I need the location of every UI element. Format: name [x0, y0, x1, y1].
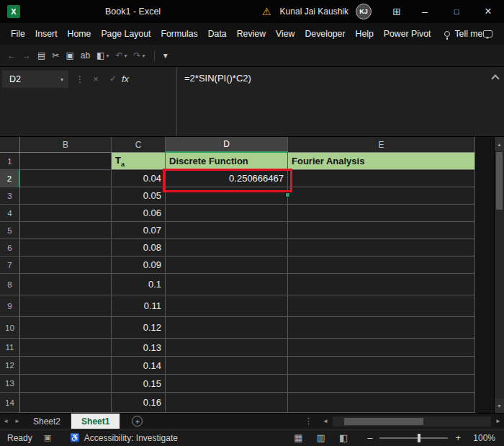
cell[interactable]: [166, 295, 288, 317]
page-break-view-icon[interactable]: ◧: [339, 432, 348, 443]
row-header-2[interactable]: 2: [0, 170, 20, 187]
enter-icon[interactable]: ✓: [104, 73, 122, 84]
tab-help[interactable]: Help: [351, 29, 379, 39]
cell-C14[interactable]: 0.16: [112, 393, 166, 413]
row-header-3[interactable]: 3: [0, 187, 20, 205]
minimize-button[interactable]: –: [409, 0, 441, 23]
tab-file[interactable]: File: [6, 29, 30, 39]
row-header-14[interactable]: 14: [0, 393, 20, 413]
cell[interactable]: [288, 295, 475, 317]
close-button[interactable]: ×: [472, 0, 504, 23]
cell[interactable]: [166, 317, 288, 339]
cell-C5[interactable]: 0.07: [112, 222, 166, 239]
redo-icon[interactable]: ↷ ▾: [134, 50, 145, 61]
cell[interactable]: [166, 357, 288, 375]
page-layout-view-icon[interactable]: ▥: [317, 432, 325, 443]
vertical-scrollbar-track[interactable]: [495, 210, 504, 398]
paste-icon[interactable]: ▤: [37, 50, 45, 61]
row-header-9[interactable]: 9: [0, 295, 20, 317]
cell-C10[interactable]: 0.12: [112, 317, 166, 339]
row-header-4[interactable]: 4: [0, 205, 20, 222]
cell[interactable]: [20, 317, 112, 339]
cell[interactable]: [20, 205, 112, 222]
cell[interactable]: [20, 239, 112, 257]
cell-E2[interactable]: [288, 170, 475, 187]
cell-E1[interactable]: Fourier Analysis: [288, 153, 475, 170]
tab-data[interactable]: Data: [203, 29, 232, 39]
add-sheet-icon[interactable]: +: [132, 416, 143, 427]
column-header-D[interactable]: D: [166, 137, 288, 153]
maximize-button[interactable]: □: [441, 0, 472, 23]
chevron-down-icon[interactable]: ▾: [106, 53, 109, 59]
horizontal-scrollbar-thumb[interactable]: [344, 418, 423, 425]
sheet-tab-sheet1[interactable]: Sheet1: [71, 414, 120, 429]
zoom-slider[interactable]: [379, 434, 448, 442]
cell[interactable]: [166, 393, 288, 413]
tab-home[interactable]: Home: [63, 29, 96, 39]
cell[interactable]: [166, 187, 288, 205]
cell-C6[interactable]: 0.08: [112, 239, 166, 257]
column-header-B[interactable]: B: [20, 137, 112, 153]
cell-C12[interactable]: 0.14: [112, 357, 166, 375]
cell-B1[interactable]: [20, 153, 112, 170]
cell[interactable]: [166, 375, 288, 393]
drag-handle-icon[interactable]: ⋮: [76, 74, 84, 84]
cell[interactable]: [288, 205, 475, 222]
row-header-6[interactable]: 6: [0, 239, 20, 257]
accessibility-status[interactable]: ♿ Accessibility: Investigate: [70, 433, 178, 443]
column-header-C[interactable]: C: [112, 137, 166, 153]
comments-icon[interactable]: [483, 30, 492, 37]
normal-view-icon[interactable]: ▦: [294, 432, 302, 443]
chevron-down-icon[interactable]: ▾: [125, 53, 127, 59]
scroll-down-icon[interactable]: ▼: [495, 398, 504, 413]
row-header-1[interactable]: 1: [0, 153, 20, 170]
cell-C2[interactable]: 0.04: [112, 170, 166, 187]
cell[interactable]: [20, 357, 112, 375]
cancel-icon[interactable]: ×: [87, 73, 104, 84]
avatar[interactable]: KJ: [356, 4, 372, 19]
cell[interactable]: [20, 274, 112, 295]
cell-C13[interactable]: 0.15: [112, 375, 166, 393]
cell-D1[interactable]: Discrete Function: [166, 153, 288, 170]
row-header-5[interactable]: 5: [0, 222, 20, 239]
cell[interactable]: [288, 339, 475, 357]
cut-icon[interactable]: ✂: [52, 50, 59, 61]
cell[interactable]: [166, 239, 288, 257]
cell[interactable]: [20, 339, 112, 357]
cell[interactable]: [166, 274, 288, 295]
cell[interactable]: [288, 239, 475, 257]
tab-page-layout[interactable]: Page Layout: [96, 29, 156, 39]
spelling-icon[interactable]: ab: [81, 50, 90, 61]
tab-power-pivot[interactable]: Power Pivot: [379, 29, 436, 39]
zoom-slider-thumb[interactable]: [418, 434, 420, 442]
tab-review[interactable]: Review: [232, 29, 271, 39]
tab-view[interactable]: View: [271, 29, 300, 39]
customize-toolbar-icon[interactable]: ▾: [163, 50, 168, 61]
tell-me-button[interactable]: Tell me: [444, 29, 482, 39]
cell-C8[interactable]: 0.1: [112, 274, 166, 295]
formula-input[interactable]: =2*SIN(PI()*C2): [177, 67, 504, 136]
tab-menu-icon[interactable]: ⋮: [305, 416, 312, 426]
row-header-12[interactable]: 12: [0, 357, 20, 375]
vertical-scrollbar[interactable]: ▲ ▼: [494, 137, 504, 413]
ribbon-display-options-icon[interactable]: ⊞: [384, 6, 409, 17]
sheet-nav-right-icon[interactable]: ►: [12, 418, 23, 424]
cell[interactable]: [20, 295, 112, 317]
row-header-8[interactable]: 8: [0, 274, 20, 295]
cell-B2[interactable]: [20, 170, 112, 187]
scroll-up-icon[interactable]: ▲: [495, 137, 504, 151]
cell-C3[interactable]: 0.05: [112, 187, 166, 205]
horizontal-scrollbar-track[interactable]: [333, 416, 491, 427]
row-header-7[interactable]: 7: [0, 257, 20, 274]
scroll-right-icon[interactable]: ►: [492, 418, 504, 424]
tab-formulas[interactable]: Formulas: [156, 29, 202, 39]
cell[interactable]: [166, 222, 288, 239]
cell[interactable]: [166, 339, 288, 357]
cell[interactable]: [288, 257, 475, 274]
cell[interactable]: [20, 222, 112, 239]
zoom-out-icon[interactable]: –: [367, 432, 372, 443]
cell-C7[interactable]: 0.09: [112, 257, 166, 274]
cell[interactable]: [288, 187, 475, 205]
warning-icon[interactable]: ⚠: [262, 6, 271, 17]
name-box[interactable]: D2 ▾: [2, 71, 68, 88]
